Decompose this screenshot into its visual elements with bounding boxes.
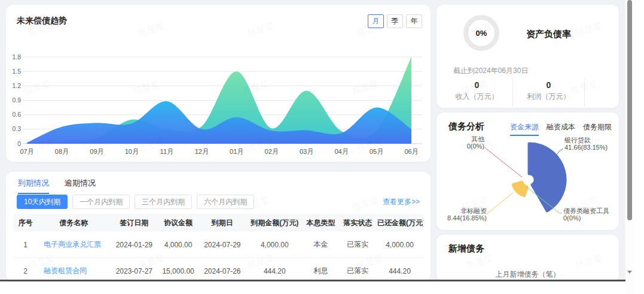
tab-analysis-1[interactable]: 融资成本 — [547, 122, 575, 136]
column-header-0: 序号 — [13, 218, 38, 228]
x-axis-tick: 07月 — [20, 148, 33, 155]
new-debt-caption: 上月新增债务（笔） — [437, 269, 619, 280]
pie-label-bond-name: 债券类融资工具 — [563, 207, 609, 214]
x-axis-tick: 08月 — [55, 148, 69, 155]
table-cell-r0-c7: 已落实 — [339, 240, 376, 250]
table-cell-r1-c1: 融资租赁合同 — [38, 266, 109, 276]
table-cell-r1-c7: 已落实 — [339, 266, 376, 276]
period-toggle-group: 月季年 — [365, 14, 422, 28]
ratio-as-of-date: 截止到2024年06月30日 — [453, 66, 528, 76]
scrollbar-thumb[interactable] — [627, 0, 632, 220]
table-cell-r1-c3: 15,000.00 — [159, 267, 198, 275]
pie-label-nonstandard-name: 非标融资 — [460, 207, 487, 214]
pie-slice-nonstandard[interactable] — [513, 182, 527, 196]
debt-table: 序号债务名称签订日期协议金额到期日到期金额(万元)本息类型落实状态已还金额(万元… — [13, 214, 423, 281]
table-cell-r0-c3: 4,000.00 — [159, 241, 198, 249]
tab-maturity-0[interactable]: 到期情况 — [18, 178, 49, 194]
x-axis-tick: 12月 — [195, 148, 209, 155]
debt-name-link[interactable]: 融资租赁合同 — [44, 266, 108, 276]
tab-analysis-2[interactable]: 债务期限 — [583, 122, 612, 136]
funding-source-pie-chart: 其他0(0%)银行贷款41.66(83.15%)非标融资8.44(16.85%)… — [437, 135, 619, 230]
pie-label-bank-loan-name: 银行贷款 — [564, 137, 591, 144]
x-axis-tick: 09月 — [90, 148, 103, 155]
filter-button-0[interactable]: 10天内到期 — [17, 195, 68, 209]
period-toggle-0[interactable]: 月 — [368, 14, 384, 28]
filter-button-1[interactable]: 一个月内到期 — [72, 195, 130, 209]
y-axis-tick: 1.5 — [12, 68, 21, 75]
column-header-5: 到期金额(万元) — [247, 218, 303, 228]
period-toggle-1[interactable]: 季 — [387, 14, 403, 28]
filter-button-2[interactable]: 三个月内到期 — [135, 195, 192, 209]
period-toggle-2[interactable]: 年 — [406, 14, 422, 28]
column-header-7: 落实状态 — [339, 218, 376, 228]
ratio-gauge-value: 0% — [463, 14, 500, 51]
pie-label-nonstandard-value: 8.44(16.85%) — [447, 214, 487, 222]
column-header-2: 签订日期 — [109, 218, 158, 228]
ratio-gauge: 0% — [463, 14, 500, 51]
tab-maturity-1[interactable]: 逾期情况 — [65, 178, 96, 194]
view-more-link[interactable]: 查看更多>> — [383, 197, 420, 207]
scrollbar-down-arrow-icon[interactable] — [627, 271, 632, 274]
maturity-card: 到期情况逾期情况 10天内到期一个月内到期三个月内到期六个月内到期 查看更多>>… — [6, 172, 431, 281]
debt-name-link[interactable]: 电子商业承兑汇票 — [44, 240, 108, 250]
table-cell-r0-c1: 电子商业承兑汇票 — [38, 240, 109, 250]
pie-label-other-name: 其他 — [471, 135, 484, 143]
leader-nonstandard — [487, 193, 513, 214]
y-axis-tick: 0.3 — [12, 125, 21, 132]
ratio-card: 0% 资产负债率 截止到2024年06月30日 0收入（万元）0利润（万元） — [437, 5, 619, 108]
column-header-3: 协议金额 — [159, 218, 198, 228]
dashboard-main: 未来偿债趋势 月季年 00.30.60.91.21.51.807月08月09月1… — [0, 0, 625, 281]
table-cell-r0-c0: 1 — [13, 241, 38, 249]
stat-value: 0 — [441, 80, 512, 90]
table-cell-r1-c2: 2023-07-27 — [109, 267, 158, 275]
stat-value: 0 — [513, 80, 584, 90]
table-cell-r0-c2: 2024-01-29 — [109, 241, 158, 249]
column-header-8: 已还金额(万元) — [376, 218, 423, 228]
stat-cell-0: 0收入（万元） — [441, 79, 513, 107]
table-cell-r1-c4: 2024-07-26 — [198, 267, 247, 275]
frame-bottom-border — [0, 280, 625, 281]
maturity-filters: 10天内到期一个月内到期三个月内到期六个月内到期 — [17, 195, 259, 209]
pie-label-other-value: 0(0%) — [467, 143, 484, 150]
x-axis-tick: 06月 — [404, 148, 418, 155]
new-debt-title: 新增债务 — [448, 243, 484, 254]
tab-analysis-0[interactable]: 资金来源 — [510, 122, 539, 136]
column-header-6: 本息类型 — [303, 218, 340, 228]
table-cell-r0-c4: 2024-07-29 — [198, 241, 247, 249]
vertical-scrollbar[interactable] — [625, 0, 634, 294]
x-axis-tick: 05月 — [370, 148, 383, 155]
analysis-card: 债务分析 资金来源融资成本债务期限 其他0(0%)银行贷款41.66(83.15… — [437, 113, 619, 230]
table-cell-r1-c6: 利息 — [303, 266, 340, 276]
new-debt-card: 新增债务 上月新增债务（笔） — [437, 235, 619, 281]
table-cell-r1-c0: 2 — [13, 267, 38, 275]
stat-label: 收入（万元） — [441, 92, 512, 102]
x-axis-tick: 01月 — [230, 148, 243, 155]
table-row: 2融资租赁合同2023-07-2715,000.002024-07-26444.… — [13, 258, 423, 281]
pie-label-bank-loan-value: 41.66(83.15%) — [564, 144, 608, 151]
y-axis-tick: 0 — [17, 140, 21, 147]
x-axis-tick: 02月 — [265, 148, 279, 155]
y-axis-tick: 1.8 — [12, 53, 21, 60]
analysis-tabs: 资金来源融资成本债务期限 — [502, 122, 612, 136]
trend-card-title: 未来偿债趋势 — [17, 16, 67, 26]
filter-button-3[interactable]: 六个月内到期 — [197, 195, 254, 209]
table-cell-r0-c5: 4,000.00 — [247, 241, 303, 249]
analysis-title: 债务分析 — [448, 121, 484, 132]
pie-label-bond-value: 0(0%) — [563, 214, 581, 222]
y-axis-tick: 0.6 — [12, 111, 21, 118]
x-axis-tick: 04月 — [334, 148, 348, 155]
pie-slice-bank-loan[interactable] — [529, 144, 565, 211]
x-axis-tick: 11月 — [160, 148, 173, 155]
x-axis-tick: 10月 — [125, 148, 139, 155]
leader-other — [484, 147, 522, 177]
column-header-1: 债务名称 — [38, 218, 109, 228]
table-header-row: 序号债务名称签订日期协议金额到期日到期金额(万元)本息类型落实状态已还金额(万元… — [13, 214, 423, 232]
table-cell-r0-c6: 本金 — [303, 240, 340, 250]
stat-cell-1: 0利润（万元） — [513, 79, 585, 107]
x-axis-tick: 03月 — [300, 148, 313, 155]
table-cell-r0-c8: 4,000.00 — [376, 241, 423, 249]
table-cell-r1-c5: 444.20 — [247, 267, 303, 275]
table-row: 1电子商业承兑汇票2024-01-294,000.002024-07-294,0… — [13, 232, 423, 258]
y-axis-tick: 0.9 — [12, 96, 21, 104]
y-axis-tick: 1.2 — [12, 82, 21, 89]
